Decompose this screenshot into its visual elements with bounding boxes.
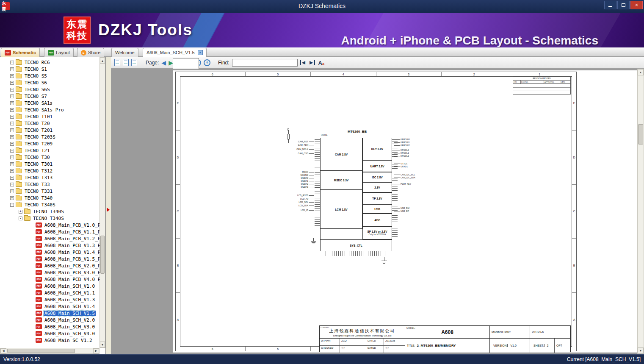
expand-icon[interactable]: +	[10, 108, 14, 112]
expand-icon[interactable]: +	[10, 156, 14, 159]
tree-item-folder[interactable]: +TECNO T21	[0, 147, 100, 154]
tree-item-folder[interactable]: -TECNO T340S	[0, 201, 100, 208]
scroll-down-icon[interactable]: ▼	[638, 347, 644, 354]
expand-icon[interactable]: +	[10, 122, 14, 125]
tree-item-folder[interactable]: +TECNO S5	[0, 72, 100, 79]
expand-icon[interactable]: +	[10, 74, 14, 78]
tree-item-file[interactable]: PDFA608_Main_PCB_V4.0_PLA	[0, 276, 100, 283]
scroll-right-icon[interactable]: ▶	[93, 348, 99, 353]
collapse-icon[interactable]: -	[19, 217, 22, 220]
minimize-button[interactable]	[604, 1, 616, 9]
tab-share[interactable]: ▶ Share	[77, 48, 104, 57]
collapse-icon[interactable]: -	[10, 203, 14, 207]
tree-item-file[interactable]: PDFA608_Main_SCH_V1.5	[0, 310, 100, 317]
expand-icon[interactable]: +	[10, 162, 14, 166]
scrollbar-thumb[interactable]	[100, 236, 105, 274]
expand-icon[interactable]: +	[10, 149, 14, 153]
facing-pages-icon[interactable]	[123, 59, 129, 66]
tree-item-file[interactable]: PDFA608_Main_SCH_V1.0	[0, 283, 100, 289]
tab-schematic[interactable]: PDF Schematic	[1, 48, 40, 57]
panel-splitter[interactable]	[106, 57, 111, 354]
tree-item-folder[interactable]: +TECNO SA1s	[0, 100, 100, 106]
tree-item-folder[interactable]: +TECNO T340	[0, 195, 100, 201]
tree-item-folder[interactable]: +TECNO T331	[0, 188, 100, 195]
expand-icon[interactable]: +	[19, 210, 22, 214]
tree-item-folder[interactable]: +TECNO S1	[0, 66, 100, 72]
tree-item-file[interactable]: PDFA608_Main_PCB_V1.5_PLA	[0, 256, 100, 262]
tree-item-folder[interactable]: +TECNO T33	[0, 181, 100, 188]
scroll-down-icon[interactable]: ▼	[100, 342, 105, 347]
tree-item-folder[interactable]: +TECNO S6S	[0, 86, 100, 93]
tree-item-folder[interactable]: +TECNO T20	[0, 120, 100, 127]
tree-item-folder[interactable]: +TECNO T340S	[0, 208, 100, 215]
tree-item-file[interactable]: PDFA608_Main_SCH_V2.0	[0, 317, 100, 323]
expand-icon[interactable]: +	[10, 169, 14, 173]
tree-item-file[interactable]: PDFA608_Main_PCB_V1.3_PLA	[0, 242, 100, 249]
tree-item-file[interactable]: PDFA608_Main_PCB_V2.0_PLA	[0, 262, 100, 269]
tree-item-folder[interactable]: +TECNO T101	[0, 113, 100, 120]
tree-item-file[interactable]: PDFA608_Main_SCH_V1.4	[0, 303, 100, 310]
maximize-button[interactable]	[617, 1, 630, 9]
tree-item-file[interactable]: PDFA608_Main_PCB_V1.0_PLA	[0, 222, 100, 228]
tree-item-file[interactable]: PDFA608_Main_SC_V1.2	[0, 337, 100, 344]
expand-icon[interactable]: +	[10, 61, 14, 64]
tree-item-file[interactable]: PDFA608_Main_SCH_V1.1	[0, 289, 100, 296]
tree-item-folder[interactable]: +TECNO S6	[0, 79, 100, 86]
expand-icon[interactable]: +	[10, 101, 14, 105]
previous-page-icon[interactable]: ◀	[161, 60, 166, 66]
tab-document[interactable]: A608_Main_SCH_V1.5 ×	[143, 48, 207, 57]
tree-item-folder[interactable]: -TECNO T340S	[0, 215, 100, 222]
expand-icon[interactable]: +	[10, 189, 14, 193]
pdf-file-icon: PDF	[36, 290, 42, 295]
expand-icon[interactable]: +	[10, 176, 14, 180]
expand-icon[interactable]: +	[10, 196, 14, 200]
tree-item-file[interactable]: PDFA608_Main_PCB_V1.1_PLA	[0, 228, 100, 235]
tree-item-file[interactable]: PDFA608_Main_PCB_V3.0_PLA	[0, 269, 100, 276]
tree-item-folder[interactable]: +TECNO T30	[0, 154, 100, 161]
tree-item-file[interactable]: PDFA608_Main_SCH_V1.3	[0, 296, 100, 303]
text-size-icon[interactable]: Aa	[318, 59, 324, 67]
tree-item-folder[interactable]: +TECNO T203S	[0, 133, 100, 140]
expand-icon[interactable]: +	[10, 128, 14, 132]
scrollbar-thumb[interactable]	[7, 349, 75, 353]
tree-item-folder[interactable]: +TECNO T313	[0, 174, 100, 181]
tab-welcome[interactable]: Welcome	[111, 48, 138, 57]
scroll-up-icon[interactable]: ▲	[638, 69, 644, 75]
expand-icon[interactable]: +	[10, 142, 14, 146]
expand-icon[interactable]: +	[10, 88, 14, 92]
tree-item-file[interactable]: PDFA608_Main_PCB_V1.2_PLA	[0, 235, 100, 242]
tree-item-folder[interactable]: +TECNO RC6	[0, 59, 100, 66]
expand-icon[interactable]: +	[10, 94, 14, 98]
tree-item-file[interactable]: PDFA608_Main_SCH_V4.0	[0, 330, 100, 337]
find-previous-icon[interactable]: ◀	[300, 60, 306, 65]
expand-icon[interactable]: +	[10, 81, 14, 85]
tree-vertical-scrollbar[interactable]: ▲ ▼	[100, 57, 105, 348]
expand-icon[interactable]: +	[10, 135, 14, 139]
tree-item-label: A608_Main_SCH_V3.0	[44, 324, 96, 330]
tree-item-folder[interactable]: +TECNO T312	[0, 167, 100, 174]
tree-item-folder[interactable]: +TECNO T201	[0, 127, 100, 133]
app-subtitle: Android + iPhone & PCB Layout - Schemati…	[341, 34, 598, 47]
scroll-up-icon[interactable]: ▲	[100, 58, 105, 64]
find-input[interactable]	[232, 59, 298, 67]
expand-icon[interactable]: +	[10, 183, 14, 186]
tab-layout[interactable]: PADS Layout	[44, 48, 74, 57]
tree-item-file[interactable]: PDFA608_Main_SCH_V3.0	[0, 323, 100, 330]
scrollbar-thumb[interactable]	[638, 124, 643, 144]
tree-item-folder[interactable]: +TECNO T209	[0, 140, 100, 147]
tab-close-icon[interactable]: ×	[198, 50, 203, 55]
expand-icon[interactable]: +	[10, 115, 14, 119]
tree-item-file[interactable]: PDFA608_Main_PCB_V1.4_PLA	[0, 249, 100, 256]
continuous-view-icon[interactable]	[131, 59, 137, 66]
scroll-left-icon[interactable]: ◀	[0, 348, 6, 353]
expand-icon[interactable]: +	[10, 67, 14, 71]
viewer-vertical-scrollbar[interactable]: ▲ ▼	[637, 69, 644, 354]
tree-item-folder[interactable]: +TECNO SA1s Pro	[0, 106, 100, 113]
single-page-icon[interactable]	[114, 59, 120, 66]
tree-item-folder[interactable]: +TECNO T301	[0, 161, 100, 167]
tree-horizontal-scrollbar[interactable]: ◀ ▶	[0, 348, 100, 354]
zoom-in-icon[interactable]: +	[204, 59, 210, 66]
find-next-icon[interactable]: ▶	[309, 60, 315, 65]
close-button[interactable]: ×	[630, 1, 643, 9]
tree-item-folder[interactable]: +TECNO S7	[0, 93, 100, 100]
